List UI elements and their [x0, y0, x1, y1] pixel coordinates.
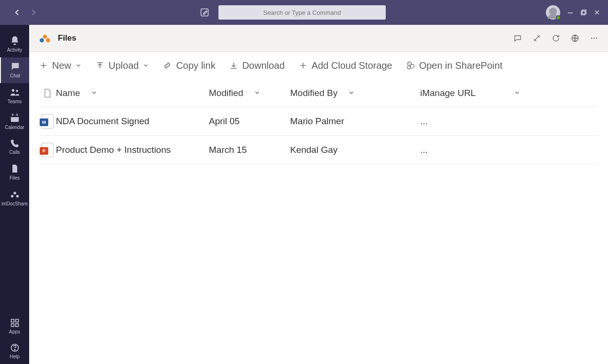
chevron-down-icon: [348, 89, 356, 97]
file-table: Name Modified Modified By iManage URL: [29, 79, 608, 164]
chat-icon[interactable]: [513, 34, 522, 43]
minimize-button[interactable]: [567, 9, 574, 16]
svg-point-25: [591, 38, 592, 39]
app-rail: Activity Chat Teams Calendar Calls Files…: [0, 25, 29, 364]
table-header-row: Name Modified Modified By iManage URL: [39, 79, 598, 107]
cell-name: Product Demo + Instructions: [56, 145, 171, 155]
cmd-label: Upload: [109, 60, 139, 71]
col-label: Modified: [209, 88, 243, 98]
cmd-label: Open in SharePoint: [419, 60, 503, 71]
cell-url: ...: [420, 145, 428, 155]
command-bar: New Upload Copy link Download Add Cloud …: [29, 52, 608, 79]
rail-label: Help: [10, 354, 20, 359]
svg-rect-16: [15, 320, 18, 322]
refresh-icon[interactable]: [552, 34, 560, 43]
cell-modified-by: Mario Palmer: [290, 116, 344, 127]
upload-icon: [95, 61, 105, 70]
open-sharepoint-button[interactable]: S Open in SharePoint: [406, 60, 503, 71]
svg-rect-2: [581, 11, 585, 15]
cell-url: ...: [420, 116, 428, 127]
col-header-name[interactable]: Name: [56, 88, 209, 98]
svg-point-22: [43, 34, 47, 39]
title-bar: [0, 0, 608, 25]
app-icon: [39, 32, 51, 44]
forward-button[interactable]: [28, 7, 39, 18]
chevron-down-icon: [514, 89, 521, 97]
svg-point-38: [407, 66, 411, 69]
svg-point-7: [16, 90, 18, 92]
cmd-label: Download: [242, 60, 285, 71]
chevron-down-icon: [254, 89, 261, 97]
svg-point-12: [11, 195, 13, 198]
more-icon[interactable]: [590, 34, 598, 43]
maximize-button[interactable]: [580, 9, 587, 16]
file-generic-icon: [43, 87, 52, 99]
add-cloud-button[interactable]: Add Cloud Storage: [298, 60, 392, 71]
cell-modified: April 05: [209, 116, 239, 127]
page-title: Files: [58, 33, 76, 43]
col-header-imanage-url[interactable]: iManage URL: [420, 88, 525, 98]
col-label: iManage URL: [420, 88, 476, 98]
rail-label: Calendar: [5, 125, 24, 130]
search-box[interactable]: [218, 5, 386, 20]
word-file-icon: W: [41, 114, 54, 128]
svg-point-13: [13, 192, 16, 195]
copy-link-button[interactable]: Copy link: [163, 60, 215, 71]
rail-apps[interactable]: Apps: [0, 314, 29, 339]
rail-teams[interactable]: Teams: [0, 83, 29, 109]
sharepoint-icon: S: [406, 61, 415, 70]
presence-badge: [556, 15, 561, 20]
svg-rect-3: [582, 10, 586, 14]
cell-modified-by: Kendal Gay: [290, 145, 337, 155]
svg-rect-15: [11, 320, 14, 322]
svg-point-21: [40, 38, 44, 43]
compose-icon[interactable]: [199, 7, 210, 18]
rail-chat[interactable]: Chat: [0, 57, 29, 83]
rail-label: imDocShare: [1, 201, 28, 206]
rail-label: Files: [10, 175, 20, 181]
svg-point-23: [46, 38, 50, 43]
chevron-down-icon: [91, 89, 98, 97]
popout-icon[interactable]: [532, 34, 541, 43]
rail-imdocshare[interactable]: imDocShare: [0, 185, 29, 211]
svg-point-20: [14, 349, 15, 350]
upload-button[interactable]: Upload: [95, 60, 149, 71]
new-button[interactable]: New: [39, 60, 82, 71]
svg-rect-18: [15, 324, 18, 327]
powerpoint-file-icon: P: [41, 143, 54, 157]
plus-icon: [298, 61, 308, 70]
avatar[interactable]: [546, 5, 560, 20]
download-icon: [229, 61, 239, 70]
svg-rect-17: [11, 324, 14, 327]
col-label: Modified By: [290, 88, 337, 98]
svg-point-26: [594, 38, 595, 39]
svg-text:S: S: [408, 63, 410, 65]
rail-activity[interactable]: Activity: [0, 32, 29, 57]
rail-label: Chat: [10, 73, 20, 78]
rail-label: Activity: [7, 47, 22, 53]
rail-label: Apps: [9, 329, 20, 334]
col-label: Name: [56, 88, 80, 98]
cmd-label: Add Cloud Storage: [312, 60, 392, 71]
svg-point-6: [11, 89, 14, 92]
close-button[interactable]: [594, 9, 600, 16]
table-row[interactable]: W NDA Document Signed April 05 Mario Pal…: [39, 107, 598, 136]
chevron-down-icon: [75, 62, 82, 69]
col-header-modified-by[interactable]: Modified By: [290, 88, 420, 98]
search-input[interactable]: [218, 9, 386, 16]
content-area: Files New Upload: [29, 25, 608, 364]
svg-point-27: [596, 38, 597, 39]
content-header: Files: [29, 25, 608, 52]
svg-point-14: [16, 195, 19, 198]
back-button[interactable]: [11, 7, 23, 18]
link-icon: [163, 61, 172, 70]
col-header-modified[interactable]: Modified: [209, 88, 290, 98]
globe-icon[interactable]: [571, 34, 579, 43]
rail-calendar[interactable]: Calendar: [0, 109, 29, 135]
cmd-label: Copy link: [176, 60, 215, 71]
rail-help[interactable]: Help: [0, 339, 29, 364]
rail-calls[interactable]: Calls: [0, 135, 29, 160]
table-row[interactable]: P Product Demo + Instructions March 15 K…: [39, 136, 598, 164]
rail-files[interactable]: Files: [0, 160, 29, 185]
download-button[interactable]: Download: [229, 60, 285, 71]
